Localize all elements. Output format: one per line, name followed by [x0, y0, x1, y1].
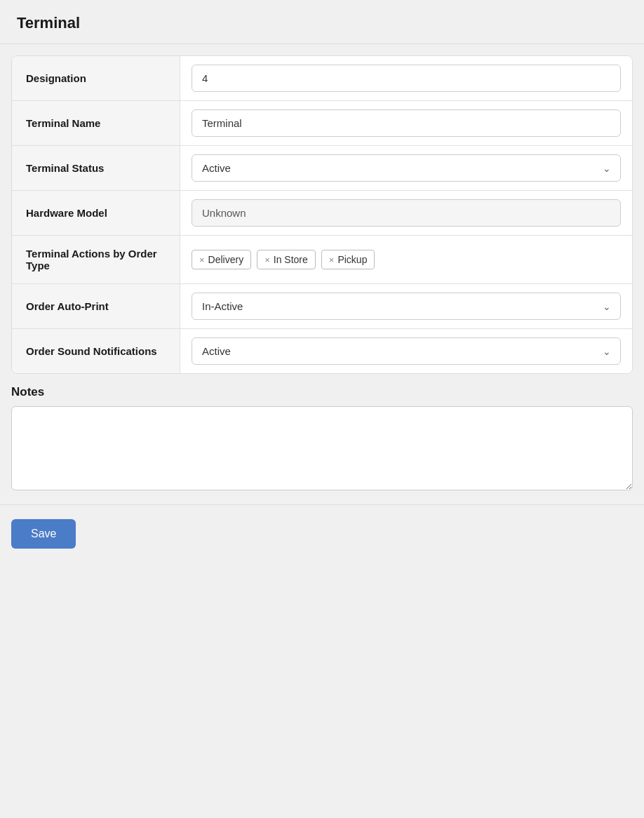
tag-instore-label: In Store [274, 254, 308, 265]
order-auto-print-wrapper: Active In-Active ⌄ [192, 293, 621, 320]
tags-area: × Delivery × In Store × Pickup [192, 246, 375, 274]
terminal-status-field: Active In-Active ⌄ [180, 146, 632, 190]
terminal-status-select[interactable]: Active In-Active [192, 154, 621, 182]
tag-pickup[interactable]: × Pickup [321, 250, 375, 269]
order-auto-print-field: Active In-Active ⌄ [180, 284, 632, 328]
terminal-name-input[interactable] [192, 109, 621, 137]
terminal-name-row: Terminal Name [12, 101, 632, 146]
tag-delivery[interactable]: × Delivery [192, 250, 251, 269]
page-container: Terminal Designation Terminal Name Termi… [0, 0, 644, 818]
order-sound-label: Order Sound Notifications [12, 329, 180, 373]
terminal-actions-label: Terminal Actions by Order Type [12, 236, 180, 283]
terminal-status-row: Terminal Status Active In-Active ⌄ [12, 146, 632, 191]
order-auto-print-row: Order Auto-Print Active In-Active ⌄ [12, 284, 632, 329]
tag-instore-remove[interactable]: × [264, 255, 270, 265]
terminal-name-field [180, 101, 632, 145]
tag-delivery-remove[interactable]: × [199, 255, 205, 265]
hardware-model-value: Unknown [192, 199, 621, 227]
terminal-status-wrapper: Active In-Active ⌄ [192, 154, 621, 182]
terminal-actions-row: Terminal Actions by Order Type × Deliver… [12, 236, 632, 284]
tag-instore[interactable]: × In Store [257, 250, 316, 269]
designation-label: Designation [12, 56, 180, 100]
order-auto-print-select[interactable]: Active In-Active [192, 293, 621, 320]
notes-textarea[interactable] [11, 406, 633, 490]
notes-section: Notes [11, 385, 633, 493]
hardware-model-field: Unknown [180, 191, 632, 235]
hardware-model-row: Hardware Model Unknown [12, 191, 632, 236]
save-button[interactable]: Save [11, 519, 76, 549]
designation-row: Designation [12, 56, 632, 101]
notes-label: Notes [11, 385, 633, 399]
page-title-bar: Terminal [0, 0, 644, 44]
order-sound-row: Order Sound Notifications Active In-Acti… [12, 329, 632, 373]
terminal-actions-field: × Delivery × In Store × Pickup [180, 236, 632, 283]
tag-pickup-remove[interactable]: × [329, 255, 335, 265]
page-title: Terminal [17, 14, 627, 32]
order-sound-field: Active In-Active ⌄ [180, 329, 632, 373]
terminal-name-label: Terminal Name [12, 101, 180, 145]
order-sound-wrapper: Active In-Active ⌄ [192, 337, 621, 365]
tag-delivery-label: Delivery [208, 254, 244, 265]
tag-pickup-label: Pickup [337, 254, 367, 265]
designation-field [180, 56, 632, 100]
form-container: Designation Terminal Name Terminal Statu… [11, 55, 633, 374]
order-sound-select[interactable]: Active In-Active [192, 337, 621, 365]
terminal-status-label: Terminal Status [12, 146, 180, 190]
bottom-bar: Save [0, 504, 644, 563]
designation-input[interactable] [192, 65, 621, 92]
order-auto-print-label: Order Auto-Print [12, 284, 180, 328]
hardware-model-label: Hardware Model [12, 191, 180, 235]
